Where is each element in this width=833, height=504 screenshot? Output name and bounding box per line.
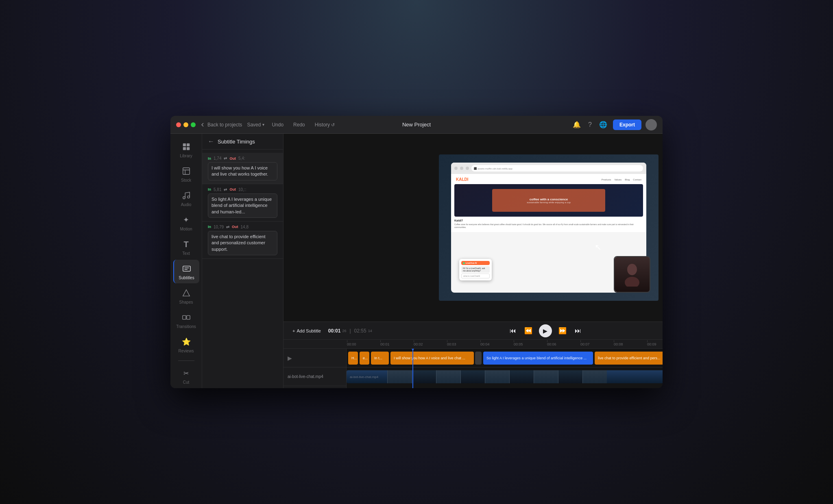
subtitle-clip-3[interactable]: live chat to provide efficient and pers.…	[595, 352, 663, 365]
person-silhouette	[615, 257, 650, 292]
sidebar-item-transitions[interactable]: Transitions	[173, 308, 199, 332]
stock-icon	[181, 165, 192, 177]
subtitle-clip-1[interactable]: I will show you how A I voice and live c…	[390, 352, 474, 365]
title-bar-left: Back to projects Saved ▾ Undo Redo Histo…	[200, 120, 337, 129]
ruler-mark-5: 00:05	[514, 342, 547, 346]
chevron-down-icon[interactable]: ▾	[262, 122, 264, 127]
sidebar-item-shapes[interactable]: Shapes	[173, 284, 199, 308]
time-out-value-3: 14,8	[241, 225, 249, 229]
time-out-label-3: Out	[232, 225, 238, 229]
traffic-lights	[176, 122, 196, 127]
shapes-icon	[181, 287, 192, 299]
subtitle-entry-3[interactable]: In 10,79 ⇄ Out 14,8 live chat to provide…	[202, 222, 283, 259]
history-label: History	[315, 122, 330, 128]
time-in-value-3: 10,79	[214, 225, 224, 229]
ruler-marks: 00:00 00:01 00:02 00:03 00:04 00:05 00:0…	[347, 342, 663, 346]
saved-badge: Saved ▾	[247, 122, 264, 128]
svg-point-13	[625, 277, 639, 287]
playhead[interactable]	[412, 349, 413, 388]
subtitle-clip-int[interactable]: In t...	[371, 352, 389, 365]
livechat-dot	[463, 262, 465, 264]
sidebar-item-library[interactable]: Library	[173, 138, 199, 161]
sidebar-item-audio[interactable]: Audio	[173, 187, 199, 210]
skip-to-end-button[interactable]: ⏭	[573, 326, 583, 336]
ruler-mark-9: 00:09	[647, 342, 663, 346]
svg-point-5	[183, 197, 185, 199]
swap-icon-3[interactable]: ⇄	[226, 225, 229, 229]
plus-icon: +	[292, 328, 295, 333]
sidebar-item-cut[interactable]: ✂ Cut	[173, 364, 199, 388]
globe-icon[interactable]: 🌐	[597, 119, 609, 130]
sidebar-item-reviews[interactable]: ⭐ Reviews	[173, 333, 199, 356]
timeline-content: H... e... In t... I will show you how A …	[347, 349, 663, 388]
notifications-icon[interactable]: 🔔	[571, 119, 582, 130]
video-frame-1	[387, 370, 412, 383]
sidebar-item-stock[interactable]: Stock	[173, 162, 199, 186]
maximize-button[interactable]	[191, 122, 196, 127]
browser-dot-3	[466, 167, 469, 170]
export-button[interactable]: Export	[613, 119, 641, 130]
play-button[interactable]: ▶	[539, 324, 552, 337]
subtitle-time-1: In 1,74 ⇄ Out 5,4:	[208, 156, 277, 161]
sidebar-item-motion[interactable]: ✦ Motion	[173, 211, 199, 235]
subtitle-clip-2[interactable]: So light A I leverages a unique blend of…	[483, 352, 593, 365]
video-track-filename: ai-bot-live-chat.mp4	[350, 375, 378, 379]
subtitle-panel-title: Subtitle Timings	[218, 139, 255, 145]
reviews-label: Reviews	[179, 349, 194, 353]
subtitle-clip-h[interactable]: H...	[348, 352, 358, 365]
ruler-mark-7: 00:07	[580, 342, 614, 346]
time-out-label-2: Out	[229, 187, 236, 191]
fast-forward-button[interactable]: ⏩	[557, 325, 568, 336]
saved-label: Saved	[247, 122, 261, 128]
time-out-label-1: Out	[229, 156, 236, 161]
subtitle-panel-back-icon[interactable]: ←	[208, 138, 214, 145]
sidebar-item-text[interactable]: T Text	[173, 235, 199, 259]
swap-icon-2[interactable]: ⇄	[224, 187, 227, 192]
subtitle-panel-header: ← Subtitle Timings	[202, 134, 283, 150]
video-frame-2	[412, 370, 436, 383]
close-button[interactable]	[176, 122, 181, 127]
audio-icon	[181, 190, 192, 201]
subtitle-text-1[interactable]: I will show you how A I voice and live c…	[208, 162, 277, 180]
subtitle-track-label: ▶	[283, 349, 346, 367]
cursor-indicator: ↖	[595, 242, 602, 252]
subtitle-entry-2[interactable]: In 5,81 ⇄ Out 10,:: So light A I leverag…	[202, 184, 283, 222]
undo-button[interactable]: Undo	[269, 120, 286, 129]
transitions-icon	[181, 312, 192, 323]
subtitle-text-2[interactable]: So light A I leverages a unique blend of…	[208, 193, 277, 218]
content-section: Kaldi? Coffee store for everyone who bel…	[454, 219, 643, 229]
swap-icon-1[interactable]: ⇄	[224, 156, 227, 161]
add-subtitle-button[interactable]: + Add Subtitle	[289, 327, 324, 335]
svg-rect-3	[186, 147, 189, 150]
timeline-tracks: ▶ ai-bot-live-chat.mp4	[283, 349, 663, 388]
reviews-icon: ⭐	[181, 336, 192, 348]
brand-logo: KALDI	[456, 177, 469, 182]
subtitle-track-row: H... e... In t... I will show you how A …	[347, 349, 663, 367]
video-frame-9	[582, 370, 607, 383]
skip-to-start-button[interactable]: ⏮	[508, 326, 518, 336]
subtitle-track-expand-button[interactable]: ▶	[288, 355, 292, 361]
video-frame-7	[534, 370, 558, 383]
subtitle-text-3[interactable]: live chat to provide efficient and perso…	[208, 231, 277, 255]
content-left: Kaldi? Coffee store for everyone who bel…	[454, 219, 643, 229]
subtitles-label: Subtitles	[179, 276, 194, 280]
rewind-button[interactable]: ⏪	[523, 325, 534, 336]
video-frame-3	[436, 370, 460, 383]
main-layout: Library Stock Audio ✦ Motion T Text	[170, 134, 663, 388]
transitions-label: Transitions	[176, 324, 196, 329]
back-to-projects-button[interactable]: Back to projects	[200, 122, 242, 128]
nav-values: Values	[614, 178, 621, 181]
video-preview: ⬛ assets-muffin.cdn.kali.netlify.app KAL…	[439, 154, 659, 301]
subtitle-clip-e[interactable]: e...	[360, 352, 369, 365]
sidebar: Library Stock Audio ✦ Motion T Text	[170, 134, 202, 388]
cut-icon: ✂	[181, 367, 192, 379]
ruler-mark-1: 00:01	[380, 342, 414, 346]
help-icon[interactable]: ?	[587, 119, 593, 130]
redo-button[interactable]: Redo	[291, 120, 307, 129]
subtitle-clip-gap	[475, 352, 482, 365]
sidebar-item-subtitles[interactable]: Subtitles	[173, 260, 199, 283]
minimize-button[interactable]	[183, 122, 188, 127]
timeline-ruler: 00:00 00:01 00:02 00:03 00:04 00:05 00:0…	[283, 340, 663, 349]
subtitle-entry-1[interactable]: In 1,74 ⇄ Out 5,4: I will show you how A…	[202, 153, 283, 184]
history-button[interactable]: History ↺	[312, 120, 338, 129]
